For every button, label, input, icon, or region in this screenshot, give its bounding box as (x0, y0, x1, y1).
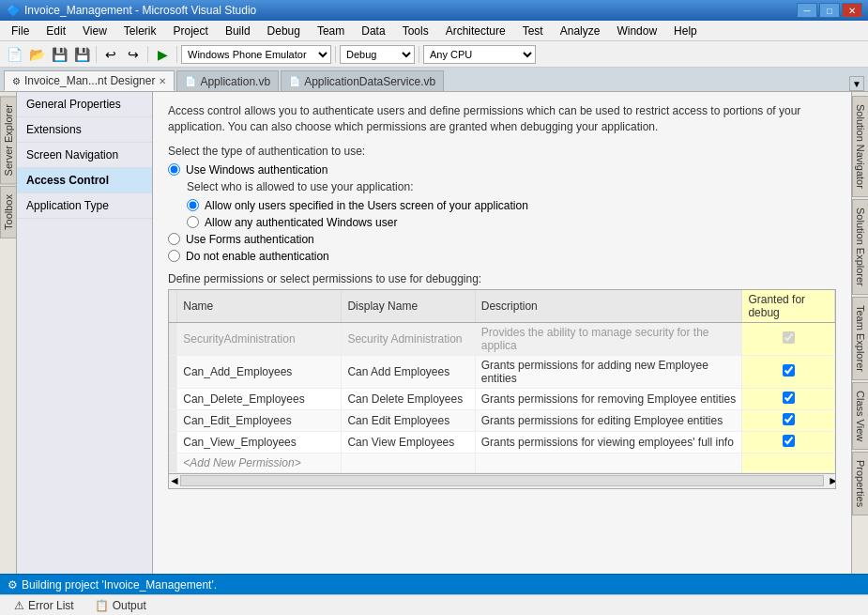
row-display-name: Can Edit Employees (342, 409, 475, 431)
run-btn[interactable]: ▶ (152, 44, 173, 65)
nav-screen-navigation[interactable]: Screen Navigation (17, 143, 152, 168)
table-row[interactable]: Can_Delete_EmployeesCan Delete Employees… (169, 388, 835, 409)
radio-windows-auth[interactable]: Use Windows authentication (168, 163, 836, 177)
undo-btn[interactable]: ↩ (100, 44, 121, 65)
new-project-btn[interactable]: 📄 (4, 44, 24, 65)
emulator-select[interactable]: Windows Phone Emulator (181, 45, 331, 64)
row-name: Can_View_Employees (177, 431, 342, 453)
granted-checkbox-input[interactable] (783, 364, 795, 377)
table-row[interactable]: Can_Edit_EmployeesCan Edit EmployeesGran… (169, 409, 835, 431)
row-description: Provides the ability to manage security … (475, 322, 742, 355)
sidebar-solution-navigator[interactable]: Solution Navigator (852, 96, 869, 197)
radio-allow-any[interactable]: Allow any authenticated Windows user (187, 216, 836, 229)
tab-designer-close[interactable]: ✕ (159, 76, 166, 86)
nav-extensions[interactable]: Extensions (17, 117, 152, 143)
row-granted-checkbox[interactable] (742, 322, 835, 355)
row-name: SecurityAdministration (177, 322, 342, 355)
menu-debug[interactable]: Debug (260, 23, 308, 39)
col-display-header[interactable]: Display Name (342, 290, 475, 323)
config-select[interactable]: Debug (340, 45, 415, 64)
granted-checkbox-input[interactable] (783, 435, 795, 447)
table-row[interactable]: <Add New Permission> (169, 453, 835, 472)
nav-access-control[interactable]: Access Control (17, 168, 152, 193)
sidebar-team-explorer[interactable]: Team Explorer (852, 297, 869, 380)
table-row[interactable]: SecurityAdministrationSecurity Administr… (169, 322, 835, 355)
row-granted-checkbox[interactable] (742, 431, 835, 453)
scroll-right-btn[interactable]: ► (828, 474, 835, 487)
tab-scroll-btn[interactable]: ▼ (849, 76, 864, 91)
scroll-left-btn[interactable]: ◄ (169, 474, 176, 487)
row-granted-checkbox[interactable] (742, 355, 835, 388)
radio-allow-specified-input[interactable] (187, 199, 199, 211)
error-list-tab[interactable]: ⚠ Error List (8, 596, 81, 615)
granted-checkbox-input[interactable] (783, 331, 795, 344)
save-btn[interactable]: 💾 (49, 44, 69, 65)
menu-telerik[interactable]: Telerik (116, 23, 164, 39)
table-row[interactable]: Can_View_EmployeesCan View EmployeesGran… (169, 431, 835, 453)
row-granted-checkbox[interactable] (742, 453, 835, 472)
radio-forms-auth[interactable]: Use Forms authentication (168, 233, 836, 246)
radio-windows-auth-input[interactable] (168, 163, 180, 176)
designer-tab-icon: ⚙ (12, 76, 21, 86)
vb-tab-icon: 📄 (185, 76, 196, 86)
menu-tools[interactable]: Tools (395, 23, 436, 39)
table-row[interactable]: Can_Add_EmployeesCan Add EmployeesGrants… (169, 355, 835, 388)
sidebar-server-explorer[interactable]: Server Explorer (0, 96, 17, 184)
col-desc-header[interactable]: Description (475, 290, 742, 323)
radio-allow-specified[interactable]: Allow only users specified in the Users … (187, 199, 836, 212)
row-granted-checkbox[interactable] (742, 409, 835, 431)
app-icon: 🔷 (6, 3, 21, 18)
row-description: Grants permissions for adding new Employ… (475, 355, 742, 388)
menu-architecture[interactable]: Architecture (438, 23, 513, 39)
nav-application-type[interactable]: Application Type (17, 193, 152, 219)
radio-forms-auth-input[interactable] (168, 233, 180, 245)
menu-view[interactable]: View (75, 23, 114, 39)
menu-window[interactable]: Window (609, 23, 664, 39)
horizontal-scrollbar[interactable] (180, 475, 824, 486)
row-display-name: Can Add Employees (342, 355, 475, 388)
radio-no-auth[interactable]: Do not enable authentication (168, 250, 836, 263)
save-all-btn[interactable]: 💾 (71, 44, 92, 65)
menu-help[interactable]: Help (666, 23, 705, 39)
radio-no-auth-label: Do not enable authentication (186, 250, 329, 263)
nav-general-properties[interactable]: General Properties (17, 92, 152, 117)
sidebar-solution-explorer[interactable]: Solution Explorer (852, 199, 869, 295)
platform-select[interactable]: Any CPU (423, 45, 536, 64)
row-indicator (169, 431, 177, 453)
col-granted-header[interactable]: Granted for debug (742, 290, 835, 323)
output-icon: 📋 (95, 599, 109, 612)
tab-designer[interactable]: ⚙ Invoice_Man...nt Designer ✕ (4, 70, 175, 91)
menu-build[interactable]: Build (218, 23, 258, 39)
row-description: Grants permissions for editing Employee … (475, 409, 742, 431)
tab-applicationvb[interactable]: 📄 Application.vb (176, 70, 279, 91)
permissions-prompt: Define permissions or select permissions… (168, 272, 836, 285)
sidebar-toolbox[interactable]: Toolbox (0, 186, 17, 238)
tab-dataservice[interactable]: 📄 ApplicationDataService.vb (281, 70, 444, 91)
row-granted-checkbox[interactable] (742, 388, 835, 409)
granted-checkbox-input[interactable] (783, 392, 795, 404)
sidebar-class-view[interactable]: Class View (852, 382, 869, 450)
output-tab[interactable]: 📋 Output (88, 596, 153, 615)
menu-file[interactable]: File (4, 23, 37, 39)
menu-edit[interactable]: Edit (38, 23, 73, 39)
open-btn[interactable]: 📂 (26, 44, 47, 65)
minimize-button[interactable]: ─ (797, 3, 817, 18)
close-button[interactable]: ✕ (842, 3, 862, 18)
menu-team[interactable]: Team (310, 23, 352, 39)
menu-bar: File Edit View Telerik Project Build Deb… (0, 21, 868, 41)
menu-test[interactable]: Test (515, 23, 551, 39)
col-name-header[interactable]: Name (177, 290, 342, 323)
granted-checkbox-input[interactable] (783, 413, 795, 425)
status-bar: ⚙ Building project 'Invoice_Management'. (0, 574, 868, 594)
radio-no-auth-input[interactable] (168, 250, 180, 262)
radio-allow-any-input[interactable] (187, 216, 199, 228)
menu-analyze[interactable]: Analyze (553, 23, 608, 39)
row-indicator (169, 388, 177, 409)
redo-btn[interactable]: ↪ (123, 44, 144, 65)
auth-options-group: Use Windows authentication Select who is… (168, 163, 836, 263)
row-display-name: Can View Employees (342, 431, 475, 453)
maximize-button[interactable]: □ (819, 3, 840, 18)
menu-project[interactable]: Project (166, 23, 216, 39)
menu-data[interactable]: Data (354, 23, 392, 39)
sidebar-properties[interactable]: Properties (852, 452, 869, 515)
